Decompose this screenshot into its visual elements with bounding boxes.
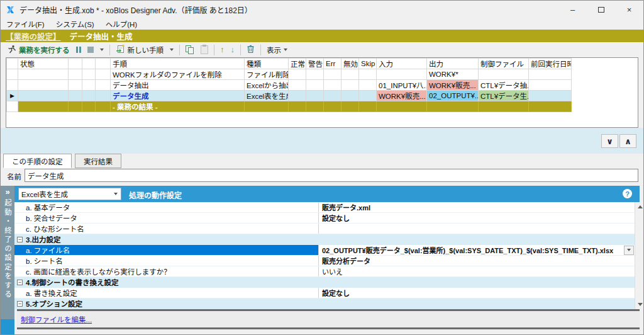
- close-button[interactable]: ×: [615, 1, 643, 18]
- settings-item-row[interactable]: b. シート名販売分析データ: [14, 256, 635, 266]
- step-cell[interactable]: [324, 80, 341, 91]
- step-cell[interactable]: [289, 91, 306, 101]
- settings-group-row[interactable]: −5.オプション設定: [14, 298, 635, 309]
- row-marker-cell[interactable]: [7, 80, 18, 91]
- setting-value[interactable]: 販売分析データ: [318, 256, 635, 266]
- step-cell[interactable]: [289, 80, 306, 91]
- step-name-input[interactable]: [25, 169, 638, 182]
- step-type-select[interactable]: Excel表を生成: [18, 188, 121, 200]
- business-settings-link[interactable]: 【業務の設定】: [6, 30, 61, 42]
- setting-value[interactable]: 02_OUTPUT¥販売データ_$(val:営業所)_$(val:SYS_DAT…: [318, 245, 635, 255]
- column-header[interactable]: Err: [324, 59, 341, 69]
- move-down-button[interactable]: ↓: [228, 44, 238, 55]
- step-cell[interactable]: 01_INPUT¥八...: [377, 80, 427, 91]
- settings-scrollbar[interactable]: [635, 202, 644, 309]
- step-cell[interactable]: [96, 69, 111, 80]
- settings-item-row[interactable]: a. 書き換え設定設定なし: [14, 288, 635, 298]
- step-cell[interactable]: WORK¥販売...: [427, 80, 479, 91]
- run-business-button[interactable]: 業務を実行する: [4, 43, 73, 57]
- step-cell[interactable]: [377, 69, 427, 80]
- column-header[interactable]: 種類: [245, 59, 289, 69]
- column-header[interactable]: 制御ファイル: [479, 59, 529, 69]
- menu-file[interactable]: ファイル(F): [1, 19, 50, 29]
- row-marker-cell[interactable]: ▶: [7, 91, 18, 101]
- row-marker-cell[interactable]: [7, 69, 18, 80]
- step-cell[interactable]: [341, 91, 359, 101]
- help-icon[interactable]: ?: [623, 189, 632, 198]
- column-header[interactable]: 状態: [18, 59, 69, 69]
- setting-label[interactable]: a. 書き換え設定: [14, 288, 318, 298]
- setting-label[interactable]: b. 突合せデータ: [14, 213, 318, 223]
- horizontal-splitter[interactable]: [17, 327, 640, 329]
- setting-label[interactable]: a. ファイル名: [14, 245, 318, 255]
- column-header[interactable]: [82, 59, 96, 69]
- pause-button[interactable]: [73, 45, 84, 55]
- step-cell[interactable]: [324, 91, 341, 101]
- column-header[interactable]: 前回実行日時: [529, 59, 572, 69]
- scroll-up-button[interactable]: [635, 202, 644, 212]
- scroll-down-button[interactable]: [635, 300, 644, 309]
- maximize-button[interactable]: [587, 1, 615, 18]
- settings-item-row[interactable]: a. 基本データ販売データ.xml: [14, 202, 635, 213]
- settings-group-row[interactable]: −4.制御シートの書き換え設定: [14, 277, 635, 288]
- step-cell[interactable]: データ生成: [111, 91, 245, 101]
- business-result-row[interactable]: - 業務の結果 -: [7, 101, 572, 112]
- column-header[interactable]: Skip: [359, 59, 377, 69]
- step-cell[interactable]: [18, 80, 69, 91]
- step-cell[interactable]: [96, 91, 111, 101]
- step-cell[interactable]: [306, 80, 324, 91]
- column-header[interactable]: [69, 59, 82, 69]
- setting-value[interactable]: 設定なし: [318, 213, 635, 223]
- step-cell[interactable]: [18, 91, 69, 101]
- step-cell[interactable]: [479, 69, 529, 80]
- column-header[interactable]: 出力: [427, 59, 479, 69]
- minimize-button[interactable]: –: [558, 1, 587, 18]
- paste-step-button[interactable]: [197, 43, 211, 56]
- step-cell[interactable]: [69, 91, 82, 101]
- setting-label[interactable]: c. 画面に経過を表示しながら実行しますか？: [14, 266, 318, 276]
- column-header[interactable]: [96, 59, 111, 69]
- step-cell[interactable]: CTL¥データ生...: [479, 91, 529, 101]
- step-cell[interactable]: [69, 69, 82, 80]
- delete-step-button[interactable]: [243, 43, 258, 57]
- step-cell[interactable]: データ抽出: [111, 80, 245, 91]
- step-cell[interactable]: [341, 69, 359, 80]
- step-cell[interactable]: [82, 91, 96, 101]
- setting-value[interactable]: いいえ: [318, 266, 635, 276]
- tab-step-settings[interactable]: この手順の設定: [3, 154, 72, 168]
- step-cell[interactable]: [69, 80, 82, 91]
- collapse-icon[interactable]: −: [17, 280, 23, 285]
- step-cell[interactable]: [306, 91, 324, 101]
- new-step-dropdown[interactable]: [167, 47, 177, 53]
- column-header[interactable]: 警告: [306, 59, 324, 69]
- step-cell[interactable]: CTL¥データ抽...: [479, 80, 529, 91]
- step-cell[interactable]: [306, 69, 324, 80]
- step-cell[interactable]: [529, 80, 572, 91]
- startup-settings-sidebar[interactable]: » 起動・終了の設定をする: [1, 186, 14, 319]
- expand-detail-button[interactable]: ∧: [619, 134, 636, 148]
- step-cell[interactable]: [359, 91, 377, 101]
- step-cell[interactable]: [324, 69, 341, 80]
- step-cell[interactable]: ファイル削除: [245, 69, 289, 80]
- step-row[interactable]: ▶データ生成Excel表を生成WORK¥販売...02_OUTPUT¥...CT…: [7, 91, 572, 101]
- setting-label[interactable]: b. シート名: [14, 256, 318, 266]
- step-cell[interactable]: [96, 80, 111, 91]
- column-header[interactable]: 無効: [341, 59, 359, 69]
- step-cell[interactable]: 02_OUTPUT¥...: [427, 91, 479, 101]
- step-cell[interactable]: WORK¥*: [427, 69, 479, 80]
- run-options-dropdown[interactable]: [97, 47, 107, 53]
- setting-value[interactable]: [318, 224, 635, 234]
- step-cell[interactable]: [529, 69, 572, 80]
- column-header[interactable]: 手順: [111, 59, 245, 69]
- step-cell[interactable]: [529, 91, 572, 101]
- menu-system[interactable]: システム(S): [50, 19, 100, 29]
- column-header[interactable]: 正常: [289, 59, 306, 69]
- setting-label[interactable]: c. ひな形シート名: [14, 224, 318, 234]
- step-cell[interactable]: [359, 69, 377, 80]
- step-row[interactable]: データ抽出Excelから抽出01_INPUT¥八...WORK¥販売...CTL…: [7, 80, 572, 91]
- step-cell[interactable]: [82, 69, 96, 80]
- move-up-button[interactable]: ↑: [217, 44, 228, 55]
- settings-item-row[interactable]: c. 画面に経過を表示しながら実行しますか？いいえ: [14, 266, 635, 277]
- settings-group-row[interactable]: −3.出力設定: [14, 234, 635, 245]
- settings-item-row[interactable]: b. 突合せデータ設定なし: [14, 213, 635, 224]
